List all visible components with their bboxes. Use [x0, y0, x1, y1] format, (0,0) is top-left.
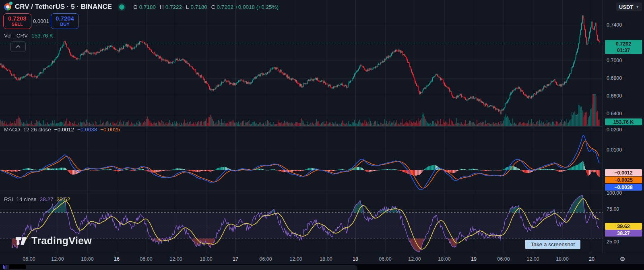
buy-price: 0.7204 — [56, 15, 74, 22]
bottom-scrollbar[interactable] — [4, 265, 357, 270]
buy-button[interactable]: 0.7204 BUY — [51, 13, 79, 29]
time-axis-tick: 16 — [114, 256, 120, 262]
time-axis-tick: 12:00 — [169, 256, 182, 262]
tradingview-logo[interactable]: TradingView — [15, 235, 92, 247]
chevron-up-icon — [16, 45, 21, 48]
open-value: 0.7180 — [139, 4, 156, 10]
rsi-ma-value: 39.62 — [57, 196, 70, 202]
low-label: L — [186, 4, 189, 10]
price-axis[interactable]: 0.74000.72000.70000.68000.66000.64000.02… — [603, 0, 644, 264]
high-label: H — [160, 4, 164, 10]
rsi-title: RSI — [4, 196, 13, 202]
macd-params: 12 26 close — [23, 127, 51, 133]
ohlc-values: O0.7180 H0.7222 L0.7180 C0.7202 +0.0018 … — [131, 4, 279, 10]
currency-unit-label: USDT — [619, 4, 633, 10]
time-axis-tick: 18 — [353, 256, 358, 262]
macd-line-badge: −0.0038 — [605, 184, 642, 191]
macd-line-value: −0.0038 — [77, 127, 97, 133]
time-axis-tick: 06:00 — [379, 256, 391, 262]
gear-icon[interactable]: ⚙ — [620, 255, 625, 263]
high-value: 0.7222 — [165, 4, 182, 10]
close-label: C — [211, 4, 215, 10]
change-value: +0.0018 (+0.25%) — [235, 4, 279, 10]
rsi-value: 38.27 — [40, 196, 54, 202]
spread-value: 0.0001 — [31, 18, 51, 24]
time-axis-tick: 18:00 — [81, 256, 93, 262]
time-axis-tick: 12:00 — [408, 256, 421, 262]
price-axis-tick: 25.00 — [607, 239, 619, 245]
tradingview-logo-text: TradingView — [31, 235, 92, 247]
crv-logo-icon — [4, 3, 11, 10]
rsi-ma-badge: 39.62 — [605, 223, 642, 230]
time-axis-tick: 19 — [471, 256, 477, 262]
currency-unit-button[interactable]: USDT ▼ — [616, 2, 642, 11]
bottom-black-box — [9, 265, 26, 269]
volume-legend[interactable]: Vol · CRV 153.76 K — [4, 33, 53, 39]
symbol-title[interactable]: CRV / TetherUS · 5 · BINANCE — [15, 3, 112, 11]
price-axis-tick: 0.6800 — [607, 75, 622, 81]
bottom-edge-strip — [0, 264, 644, 270]
time-axis-tick: 17 — [233, 256, 238, 262]
time-axis-tick: 06:00 — [140, 256, 152, 262]
time-axis-tick: 18:00 — [200, 256, 212, 262]
chart-header: CRV / TetherUS · 5 · BINANCE O0.7180 H0.… — [4, 2, 279, 11]
price-axis-tick: 0.7400 — [607, 22, 622, 28]
rsi-legend[interactable]: RSI 14 close 38.27 39.62 — [4, 196, 70, 202]
buy-label: BUY — [60, 22, 69, 27]
macd-title: MACD — [4, 127, 20, 133]
trade-panel: 0.7203 SELL 0.0001 0.7204 BUY — [3, 13, 79, 29]
volume-value: 153.76 K — [31, 33, 53, 39]
sell-button[interactable]: 0.7203 SELL — [3, 13, 31, 29]
price-axis-tick: 75.00 — [607, 206, 619, 212]
sell-price: 0.7203 — [8, 15, 27, 22]
current-price-badge: 0.720201:37 — [605, 40, 642, 54]
price-axis-tick: 0.0200 — [607, 127, 622, 133]
time-axis[interactable]: ⚙ 06:0012:0018:001606:0012:0018:001706:0… — [0, 253, 644, 264]
tradingview-chart-window: CRV / TetherUS · 5 · BINANCE O0.7180 H0.… — [0, 0, 644, 270]
market-status-icon[interactable] — [119, 4, 124, 10]
macd-hist-value: −0.0012 — [54, 127, 74, 133]
price-axis-tick: 0.0100 — [607, 147, 622, 153]
time-axis-tick: 18:00 — [320, 256, 332, 262]
close-value: 0.7202 — [217, 4, 233, 10]
price-axis-tick: 0.7000 — [607, 58, 622, 63]
time-axis-tick: 06:00 — [23, 256, 35, 262]
time-axis-tick: 12:00 — [51, 256, 64, 262]
price-axis-tick: 100.00 — [607, 190, 622, 196]
open-label: O — [133, 4, 138, 10]
low-value: 0.7180 — [191, 4, 207, 10]
volume-badge: 153.76 K — [605, 118, 642, 125]
time-axis-tick: 06:00 — [497, 256, 510, 262]
mini-waveform-icon — [3, 265, 6, 269]
tradingview-logo-icon — [15, 236, 27, 246]
time-axis-tick: 18:00 — [556, 256, 568, 262]
time-axis-tick: 12:00 — [526, 256, 539, 262]
macd-signal-value: −0.0025 — [100, 127, 120, 133]
rsi-value-badge: 38.27 — [605, 230, 642, 237]
chevron-down-icon: ▼ — [636, 5, 639, 9]
take-screenshot-button[interactable]: Take a screenshot — [525, 240, 580, 249]
price-axis-tick: 0.6400 — [607, 111, 622, 116]
sell-label: SELL — [12, 22, 23, 27]
rsi-params: 14 close — [17, 196, 37, 202]
time-axis-tick: 18:00 — [438, 256, 450, 262]
time-axis-tick: 06:00 — [259, 256, 272, 262]
time-axis-tick: 20 — [589, 256, 594, 262]
volume-label: Vol · CRV — [4, 33, 28, 39]
macd-signal-badge: −0.0025 — [605, 177, 642, 183]
time-axis-tick: 12:00 — [289, 256, 302, 262]
collapse-pane-button[interactable] — [10, 41, 26, 52]
price-axis-tick: 0.6600 — [607, 93, 622, 99]
macd-hist-badge: −0.0012 — [605, 169, 642, 176]
macd-legend[interactable]: MACD 12 26 close −0.0012 −0.0038 −0.0025 — [4, 127, 120, 133]
